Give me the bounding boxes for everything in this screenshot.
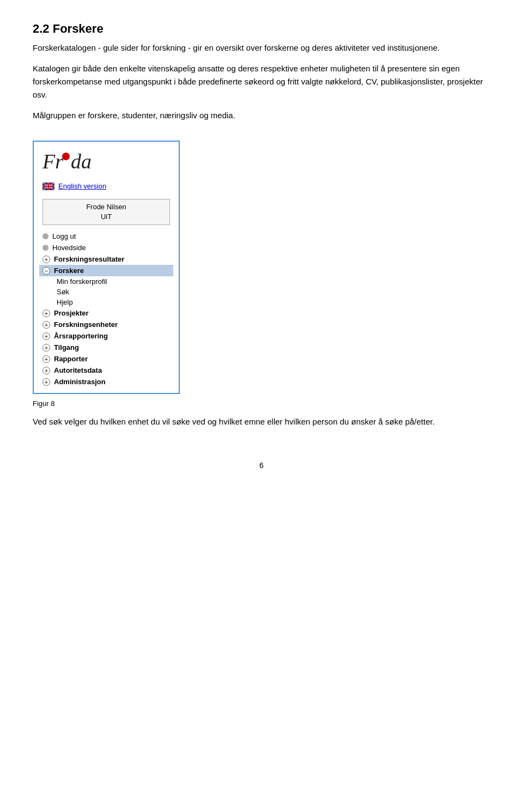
- nav-item-forskere[interactable]: − Forskere: [39, 265, 173, 276]
- nav-list: Logg ut Hovedside + Forskningsresultater…: [34, 231, 179, 387]
- nav-label-autoritetsdata: Autoritetsdata: [54, 366, 102, 374]
- nav-label-hovedside: Hovedside: [52, 244, 86, 252]
- frida-logo: Frda: [42, 149, 170, 173]
- english-link-row: English version: [34, 178, 179, 195]
- subitem-min-forskerprofil[interactable]: Min forskerprofil: [54, 276, 173, 287]
- nav-item-logg-ut[interactable]: Logg ut: [39, 231, 173, 242]
- nav-item-administrasjon[interactable]: + Administrasjon: [39, 376, 173, 387]
- user-name: Frode Nilsen: [47, 202, 165, 212]
- nav-item-prosjekter[interactable]: + Prosjekter: [39, 307, 173, 319]
- nav-item-autoritetsdata[interactable]: + Autoritetsdata: [39, 365, 173, 376]
- section-title: 2.2 Forskere: [33, 22, 490, 36]
- bottom-text: Ved søk velger du hvilken enhet du vil s…: [33, 415, 490, 428]
- nav-label-rapporter: Rapporter: [54, 355, 88, 363]
- frida-logo-area: Frda: [34, 142, 179, 178]
- plus-icon-autoritetsdata: +: [42, 367, 50, 374]
- user-institution: UiT: [47, 212, 165, 222]
- nav-label-administrasjon: Administrasjon: [54, 378, 106, 386]
- para3: Målgruppen er forskere, studenter, nærin…: [33, 109, 490, 122]
- plus-icon-administrasjon: +: [42, 378, 50, 386]
- forskere-subitems: Min forskerprofil Søk Hjelp: [39, 276, 173, 307]
- bullet-icon-logg-ut: [42, 233, 48, 239]
- minus-icon-forskere: −: [42, 267, 50, 275]
- figure-caption: Figur 8: [33, 399, 490, 408]
- plus-icon-arsrapportering: +: [42, 332, 50, 340]
- plus-icon-rapporter: +: [42, 355, 50, 363]
- plus-icon-prosjekter: +: [42, 310, 50, 317]
- plus-icon-forskningsresultater: +: [42, 256, 50, 263]
- nav-label-forskere: Forskere: [54, 266, 84, 275]
- nav-item-tilgang[interactable]: + Tilgang: [39, 342, 173, 353]
- subitem-sok[interactable]: Søk: [54, 287, 173, 297]
- subitem-hjelp[interactable]: Hjelp: [54, 297, 173, 307]
- page-number: 6: [33, 461, 490, 470]
- nav-item-forskningsenheter[interactable]: + Forskningsenheter: [39, 319, 173, 330]
- frida-text2: da: [71, 149, 92, 173]
- english-version-link[interactable]: English version: [58, 182, 106, 190]
- nav-label-prosjekter: Prosjekter: [54, 309, 89, 317]
- nav-item-hovedside[interactable]: Hovedside: [39, 242, 173, 253]
- plus-icon-forskningsenheter: +: [42, 321, 50, 329]
- nav-item-arsrapportering[interactable]: + Årsrapportering: [39, 330, 173, 342]
- bullet-icon-hovedside: [42, 245, 48, 251]
- nav-label-forskningsenheter: Forskningsenheter: [54, 320, 118, 329]
- nav-item-rapporter[interactable]: + Rapporter: [39, 353, 173, 365]
- nav-label-arsrapportering: Årsrapportering: [54, 332, 108, 340]
- user-info-box: Frode Nilsen UiT: [42, 199, 170, 225]
- plus-icon-tilgang: +: [42, 344, 50, 352]
- figure-box: Frda English version Frode Nilsen UiT: [33, 141, 180, 394]
- para2: Katalogen gir både den enkelte vitenskap…: [33, 62, 490, 101]
- nav-label-logg-ut: Logg ut: [52, 232, 76, 240]
- uk-flag-icon: [42, 183, 54, 190]
- para1: Forskerkatalogen - gule sider for forskn…: [33, 41, 490, 54]
- frida-text: Fr: [42, 149, 63, 173]
- nav-label-tilgang: Tilgang: [54, 343, 79, 352]
- nav-label-forskningsresultater: Forskningsresultater: [54, 255, 124, 263]
- nav-item-forskningsresultater[interactable]: + Forskningsresultater: [39, 253, 173, 265]
- frida-dot: [62, 153, 70, 160]
